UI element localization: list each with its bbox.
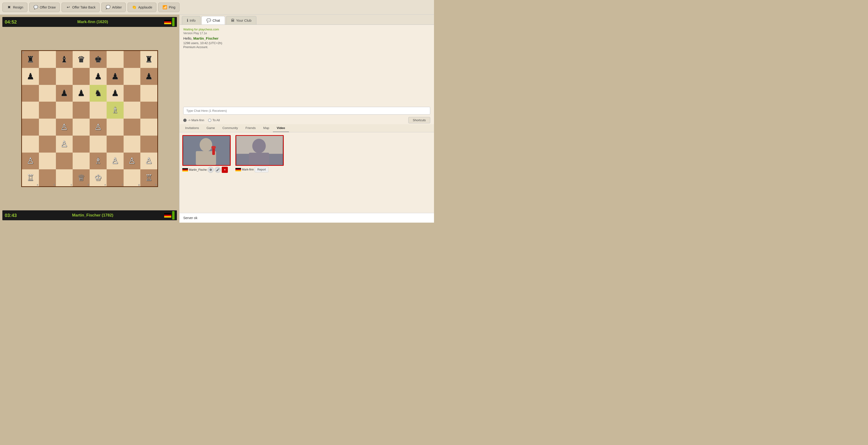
video-settings-btn-1[interactable]: ⚙ <box>208 167 214 173</box>
cell-h4[interactable] <box>140 119 157 136</box>
cell-c7[interactable] <box>56 68 73 85</box>
cell-h5[interactable] <box>140 102 157 119</box>
cell-c6[interactable]: ♟ <box>56 85 73 102</box>
cell-g5[interactable] <box>124 102 141 119</box>
cell-f4[interactable] <box>106 119 124 136</box>
chat-input-row <box>180 105 434 116</box>
cell-e6[interactable]: ♞ <box>90 85 106 102</box>
chess-board[interactable]: 8♜ ♝ ♛ ♚ ♜ ♟ ♟ ♟ ♟ ♟ <box>21 50 158 187</box>
cell-f5[interactable]: ♗ <box>106 102 124 119</box>
cell-b5[interactable] <box>39 102 56 119</box>
cell-a4[interactable] <box>22 119 39 136</box>
cell-f3[interactable] <box>106 136 124 153</box>
chat-icon: 💬 <box>206 18 211 23</box>
arbiter-button[interactable]: 💭 Arbiter <box>101 3 126 12</box>
cell-b2[interactable] <box>39 153 56 169</box>
ping-button[interactable]: 📶 Ping <box>158 3 180 12</box>
version-text: Version Play 17.1e <box>183 32 430 35</box>
tab-chat[interactable]: 💬 Chat <box>202 16 225 25</box>
board-container: 8♜ ♝ ♛ ♚ ♜ ♟ ♟ ♟ ♟ ♟ <box>2 27 177 210</box>
video-mic-btn-1[interactable]: 🎤 <box>215 167 221 173</box>
report-button[interactable]: Report <box>255 167 269 172</box>
cell-e2[interactable]: ♗ <box>90 153 106 169</box>
cell-h6[interactable] <box>140 85 157 102</box>
cell-h1[interactable]: ♖h <box>140 169 157 186</box>
cell-d4[interactable] <box>73 119 90 136</box>
cell-e4[interactable]: ♙ <box>90 119 106 136</box>
cell-c5[interactable] <box>56 102 73 119</box>
video-players: Martin_Fische ⚙ 🎤 ✕ <box>182 135 431 173</box>
cell-e8[interactable]: ♚ <box>90 51 106 68</box>
chat-content: Waiting for playchess.com Version Play 1… <box>180 25 434 105</box>
cell-d1[interactable]: ♕d <box>73 169 90 186</box>
recipient-to-all[interactable]: To All <box>208 118 220 122</box>
cell-c4[interactable]: ♙ <box>56 119 73 136</box>
cell-f6[interactable]: ♟ <box>106 85 124 102</box>
cell-b1[interactable]: b <box>39 169 56 186</box>
cell-h3[interactable] <box>140 136 157 153</box>
cell-e5[interactable] <box>90 102 106 119</box>
cell-e7[interactable]: ♟ <box>90 68 106 85</box>
cell-f2[interactable]: ♙ <box>106 153 124 169</box>
cell-f7[interactable]: ♟ <box>106 68 124 85</box>
video-controls-2: Mark-finn Report <box>236 167 284 172</box>
cell-g7[interactable] <box>124 68 141 85</box>
cell-d3[interactable] <box>73 136 90 153</box>
resign-button[interactable]: ✖ Resign <box>2 3 27 12</box>
cell-a2[interactable]: ♙ <box>22 153 39 169</box>
recipient-mark-finn[interactable]: -> Mark-finn <box>183 118 204 122</box>
cell-f1[interactable]: f <box>106 169 124 186</box>
video-close-btn-1[interactable]: ✕ <box>222 167 228 173</box>
cell-a3[interactable] <box>22 136 39 153</box>
sub-tab-game[interactable]: Game <box>203 124 219 132</box>
cell-c3[interactable]: ♙ <box>56 136 73 153</box>
chat-input[interactable] <box>183 107 430 115</box>
flag-de-player1 <box>182 168 188 172</box>
cell-a7[interactable]: ♟ <box>22 68 39 85</box>
cell-g4[interactable] <box>124 119 141 136</box>
sub-tab-map[interactable]: Map <box>259 124 273 132</box>
sub-tab-friends[interactable]: Friends <box>242 124 259 132</box>
cell-b6[interactable] <box>39 85 56 102</box>
cell-f8[interactable] <box>106 51 124 68</box>
cell-d7[interactable] <box>73 68 90 85</box>
cell-a1[interactable]: ♖a <box>22 169 39 186</box>
cell-g8[interactable] <box>124 51 141 68</box>
cell-d2[interactable] <box>73 153 90 169</box>
cell-b8[interactable] <box>39 51 56 68</box>
cell-c1[interactable]: c <box>56 169 73 186</box>
cell-b7[interactable] <box>39 68 56 85</box>
cell-g2[interactable]: ♙ <box>124 153 141 169</box>
tab-info[interactable]: ℹ Info <box>182 16 200 25</box>
tab-your-club[interactable]: 🏛 Your Club <box>226 16 256 25</box>
sub-tab-invitations[interactable]: Invitations <box>181 124 203 132</box>
sub-tab-video[interactable]: Video <box>273 124 289 132</box>
cell-g1[interactable]: g <box>124 169 141 186</box>
resign-icon: ✖ <box>6 5 11 10</box>
applaude-button[interactable]: 👏 Applaude <box>128 3 156 12</box>
shortcuts-button[interactable]: Shortcuts <box>408 117 430 123</box>
cell-d6[interactable]: ♟ <box>73 85 90 102</box>
cell-g6[interactable] <box>124 85 141 102</box>
cell-d8[interactable]: ♛ <box>73 51 90 68</box>
cell-b3[interactable] <box>39 136 56 153</box>
cell-h2[interactable]: ♙ <box>140 153 157 169</box>
svg-rect-0 <box>164 20 171 21</box>
offer-draw-button[interactable]: 💬 Offer Draw <box>29 3 60 12</box>
cell-b4[interactable] <box>39 119 56 136</box>
cell-a6[interactable] <box>22 85 39 102</box>
cell-h7[interactable]: ♟ <box>140 68 157 85</box>
cell-a8[interactable]: 8♜ <box>22 51 39 68</box>
cell-g3[interactable] <box>124 136 141 153</box>
sub-tab-community[interactable]: Community <box>219 124 242 132</box>
cell-h8[interactable]: ♜ <box>140 51 157 68</box>
arbiter-icon: 💭 <box>105 5 111 10</box>
cell-a5[interactable] <box>22 102 39 119</box>
cell-c2[interactable] <box>56 153 73 169</box>
cell-e3[interactable] <box>90 136 106 153</box>
applaude-icon: 👏 <box>132 5 137 10</box>
offer-takeback-button[interactable]: ↩ Offer Take Back <box>62 3 99 12</box>
cell-c8[interactable]: ♝ <box>56 51 73 68</box>
cell-e1[interactable]: ♔e <box>90 169 106 186</box>
cell-d5[interactable] <box>73 102 90 119</box>
